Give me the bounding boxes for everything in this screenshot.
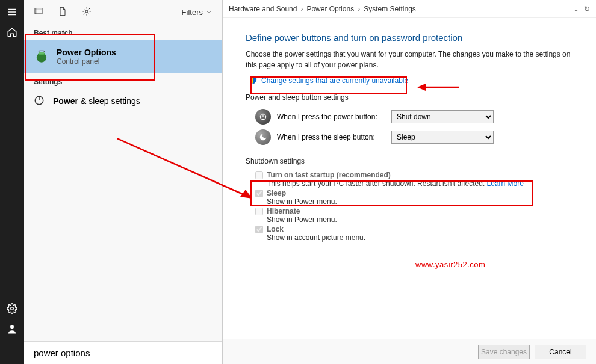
change-settings-link[interactable]: Change settings that are currently unava… — [261, 76, 408, 85]
gear-icon[interactable] — [82, 7, 93, 17]
crumb-0[interactable]: Hardware and Sound — [229, 5, 297, 13]
svg-point-8 — [85, 10, 88, 13]
power-button-select[interactable]: Shut down — [391, 110, 494, 123]
person-icon[interactable] — [6, 323, 18, 335]
breadcrumb: Hardware and Sound › Power Options › Sys… — [223, 0, 596, 18]
chevron-down-icon — [205, 8, 213, 16]
lock-title: Lock — [267, 225, 365, 233]
document-icon[interactable] — [58, 7, 69, 17]
setting-item-rest: & sleep settings — [78, 96, 140, 106]
svg-rect-5 — [35, 8, 42, 14]
hibernate-checkbox[interactable] — [255, 208, 263, 215]
sleep-row: Sleep Show in Power menu. — [246, 188, 573, 206]
gear-icon[interactable] — [6, 303, 18, 315]
crumb-2[interactable]: System Settings — [364, 5, 416, 13]
page-desc: Choose the power settings that you want … — [246, 49, 573, 70]
fast-startup-row: Turn on fast startup (recommended) This … — [246, 170, 573, 188]
power-button-row: When I press the power button: Shut down — [246, 106, 573, 127]
power-button-icon — [255, 109, 271, 125]
hibernate-desc: Show in Power menu. — [267, 215, 337, 224]
search-top-row: Filters — [24, 0, 222, 24]
setting-power-sleep[interactable]: Power & sleep settings — [24, 89, 222, 113]
svg-point-4 — [10, 325, 14, 329]
crumb-1[interactable]: Power Options — [306, 5, 354, 13]
menu-icon[interactable] — [6, 6, 18, 18]
lock-row: Lock Show in account picture menu. — [246, 224, 573, 242]
svg-point-3 — [11, 307, 14, 310]
power-icon — [34, 95, 46, 107]
cancel-button[interactable]: Cancel — [535, 345, 586, 359]
fast-startup-checkbox[interactable] — [255, 171, 263, 179]
sleep-button-row: When I press the sleep button: Sleep — [246, 127, 573, 147]
dropdown-icon[interactable]: ⌄ — [573, 5, 579, 13]
change-settings-link-row[interactable]: Change settings that are currently unava… — [246, 74, 573, 91]
sleep-title: Sleep — [267, 189, 337, 197]
setting-item-bold: Power — [53, 96, 78, 106]
page-title: Define power buttons and turn on passwor… — [246, 32, 573, 43]
fast-startup-title: Turn on fast startup (recommended) — [267, 171, 524, 179]
footer: Save changes Cancel — [223, 339, 596, 364]
watermark: www.yasir252.com — [415, 260, 485, 269]
shutdown-section-label: Shutdown settings — [246, 157, 573, 165]
search-input[interactable] — [34, 348, 213, 358]
result-title: Power Options — [57, 48, 116, 57]
hibernate-row: Hibernate Show in Power menu. — [246, 206, 573, 224]
learn-more-link[interactable]: Learn More — [487, 179, 524, 188]
apps-icon[interactable] — [34, 7, 45, 17]
save-button[interactable]: Save changes — [478, 345, 530, 359]
fast-startup-desc: This helps start your PC faster after sh… — [267, 179, 487, 188]
power-button-section-label: Power and sleep button settings — [246, 93, 573, 102]
svg-rect-11 — [39, 52, 44, 54]
search-input-row — [24, 341, 222, 364]
search-result-power-options[interactable]: Power Options Control panel — [24, 40, 222, 73]
sleep-checkbox[interactable] — [255, 190, 263, 197]
power-button-label: When I press the power button: — [277, 113, 385, 121]
sleep-desc: Show in Power menu. — [267, 197, 337, 206]
best-match-label: Best match — [24, 24, 222, 40]
shield-icon — [249, 76, 258, 85]
sleep-button-select[interactable]: Sleep — [391, 131, 494, 144]
hibernate-title: Hibernate — [267, 207, 337, 215]
lock-desc: Show in account picture menu. — [267, 233, 365, 242]
settings-label: Settings — [24, 73, 222, 89]
taskbar — [0, 0, 24, 364]
sleep-button-icon — [255, 129, 271, 145]
search-panel: Filters Best match Power Options Control… — [24, 0, 223, 364]
lock-checkbox[interactable] — [255, 226, 263, 233]
home-icon[interactable] — [6, 26, 18, 39]
control-panel-body: Define power buttons and turn on passwor… — [223, 18, 596, 248]
filters-label: Filters — [182, 8, 203, 17]
refresh-icon[interactable]: ↻ — [584, 5, 590, 13]
control-panel-window: Hardware and Sound › Power Options › Sys… — [223, 0, 596, 364]
power-options-icon — [34, 49, 49, 64]
sleep-button-label: When I press the sleep button: — [277, 133, 385, 141]
result-sub: Control panel — [57, 57, 116, 66]
filters-dropdown[interactable]: Filters — [182, 8, 213, 17]
